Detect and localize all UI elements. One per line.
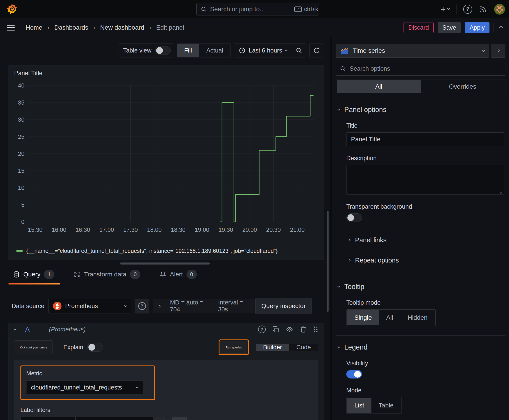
- select-value-dropdown[interactable]: Select value: [96, 417, 153, 420]
- breadcrumb-dashboards[interactable]: Dashboards: [54, 24, 88, 31]
- visualization-picker[interactable]: Time series: [336, 44, 489, 58]
- repeat-options-section-header[interactable]: Repeat options: [336, 250, 505, 270]
- breadcrumb-home[interactable]: Home: [26, 24, 42, 31]
- help-button[interactable]: ?: [463, 5, 472, 14]
- time-range-picker[interactable]: Last 6 hours: [234, 47, 292, 54]
- svg-text:18:00: 18:00: [147, 226, 162, 233]
- repeat-options-heading: Repeat options: [355, 257, 399, 264]
- grafana-logo[interactable]: [7, 4, 17, 15]
- fit-mode-group: Fill Actual: [177, 44, 231, 57]
- metric-label: Metric: [26, 370, 149, 377]
- tab-transform-data[interactable]: Transform data 0: [74, 270, 140, 285]
- bell-icon: [160, 271, 166, 278]
- transform-icon: [74, 271, 80, 278]
- remove-filter-button[interactable]: ×: [153, 417, 165, 420]
- explain-toggle[interactable]: [87, 343, 103, 352]
- datasource-name: Prometheus: [65, 303, 121, 310]
- kickstart-query-button[interactable]: Kick start your query: [14, 340, 53, 354]
- svg-text:30: 30: [18, 116, 24, 123]
- metric-value: cloudflared_tunnel_total_requests: [31, 384, 132, 391]
- description-textarea[interactable]: [346, 165, 504, 195]
- table-view-toggle[interactable]: [155, 46, 171, 55]
- table-view-control: Table view: [118, 44, 173, 57]
- svg-text:0: 0: [21, 218, 24, 225]
- query-editor-card: A (Prometheus) ?: [8, 323, 324, 420]
- fill-option[interactable]: Fill: [177, 44, 199, 57]
- legend-section-header[interactable]: Legend: [336, 343, 505, 351]
- query-builder: Metric cloudflared_tunnel_total_requests…: [14, 360, 318, 420]
- search-input[interactable]: [210, 6, 291, 13]
- pane-resize-handle[interactable]: [120, 262, 210, 264]
- legend-mode-table[interactable]: Table: [372, 398, 401, 413]
- query-options-row[interactable]: MD = auto = 704 Interval = 30s: [153, 299, 255, 314]
- tooltip-mode-all[interactable]: All: [379, 310, 400, 325]
- menu-toggle-button[interactable]: [7, 25, 15, 30]
- table-view-label: Table view: [123, 47, 152, 54]
- svg-text:15: 15: [18, 167, 24, 174]
- query-inspector-button[interactable]: Query inspector: [255, 298, 312, 314]
- run-queries-button[interactable]: Run queries: [220, 341, 248, 354]
- zoom-out-button[interactable]: [292, 44, 306, 57]
- refresh-button[interactable]: [310, 44, 324, 57]
- clock-icon: [239, 47, 245, 54]
- code-mode-option[interactable]: Code: [289, 344, 318, 351]
- add-filter-button[interactable]: +: [172, 417, 187, 420]
- tooltip-heading: Tooltip: [344, 283, 365, 291]
- legend-mode-list[interactable]: List: [347, 398, 372, 413]
- select-label-dropdown[interactable]: Select label: [20, 417, 76, 420]
- global-search[interactable]: ctrl+k: [196, 3, 319, 15]
- query-help-icon[interactable]: ?: [258, 326, 266, 333]
- drag-handle-icon[interactable]: [313, 326, 318, 333]
- toggle-visibility-icon[interactable]: [286, 326, 293, 333]
- panel-options-section-header[interactable]: Panel options: [336, 106, 505, 114]
- chart-legend[interactable]: {__name__="cloudflared_tunnel_total_requ…: [16, 248, 278, 254]
- svg-text:21:00: 21:00: [290, 226, 304, 233]
- panel-links-section-header[interactable]: Panel links: [336, 230, 505, 250]
- tab-overrides[interactable]: Overrides: [421, 80, 505, 93]
- tab-query-label: Query: [23, 271, 40, 278]
- series-label: {__name__="cloudflared_tunnel_total_requ…: [26, 248, 278, 254]
- transform-count-badge: 0: [130, 270, 140, 279]
- chart-panel[interactable]: Panel Title 051015202530354015:3016:0016…: [8, 66, 324, 260]
- metric-highlight: Metric cloudflared_tunnel_total_requests: [20, 366, 155, 400]
- tooltip-mode-hidden[interactable]: Hidden: [400, 310, 435, 325]
- delete-query-icon[interactable]: [300, 326, 307, 333]
- prometheus-icon: [53, 301, 62, 310]
- viz-suggestions-button[interactable]: [491, 44, 505, 58]
- discard-button[interactable]: Discard: [403, 22, 433, 33]
- title-field-label: Title: [346, 122, 505, 129]
- legend-visibility-toggle[interactable]: [346, 370, 362, 378]
- new-menu-button[interactable]: +: [441, 5, 449, 14]
- breadcrumb-new-dashboard[interactable]: New dashboard: [100, 24, 144, 31]
- query-header[interactable]: A (Prometheus) ?: [9, 323, 324, 336]
- builder-mode-option[interactable]: Builder: [256, 344, 289, 351]
- divider: [456, 5, 456, 14]
- apply-button[interactable]: Apply: [465, 22, 489, 33]
- time-range-label: Last 6 hours: [249, 47, 282, 54]
- actual-option[interactable]: Actual: [199, 44, 230, 57]
- panel-title-input[interactable]: [346, 132, 504, 146]
- datasource-help-button[interactable]: ?: [135, 299, 149, 314]
- editor-mode-group: Builder Code: [256, 344, 318, 351]
- tooltip-section-header[interactable]: Tooltip: [336, 283, 505, 291]
- metric-select[interactable]: cloudflared_tunnel_total_requests: [26, 381, 143, 394]
- tooltip-mode-single[interactable]: Single: [347, 310, 379, 325]
- collapse-options-button[interactable]: [500, 26, 502, 29]
- user-avatar[interactable]: [494, 4, 505, 15]
- datasource-picker[interactable]: Prometheus: [48, 299, 131, 314]
- left-pane-scrollbar[interactable]: [327, 211, 328, 312]
- tab-alert[interactable]: Alert 0: [160, 270, 197, 285]
- duplicate-query-icon[interactable]: [273, 326, 279, 333]
- operator-dropdown[interactable]: =: [76, 417, 96, 420]
- save-button[interactable]: Save: [438, 22, 461, 33]
- options-search[interactable]: [336, 62, 505, 76]
- tab-all-options[interactable]: All: [337, 80, 421, 93]
- news-button[interactable]: [479, 5, 487, 14]
- options-search-input[interactable]: [350, 65, 501, 72]
- tab-query[interactable]: Query 1: [13, 270, 54, 285]
- edit-panel-left: Table view Fill Actual Last 6 hours: [0, 37, 330, 420]
- collapse-query-icon[interactable]: [14, 327, 17, 330]
- divider: [494, 23, 494, 32]
- transparent-bg-toggle[interactable]: [346, 213, 362, 222]
- top-nav-bar: ctrl+k + ?: [0, 0, 509, 18]
